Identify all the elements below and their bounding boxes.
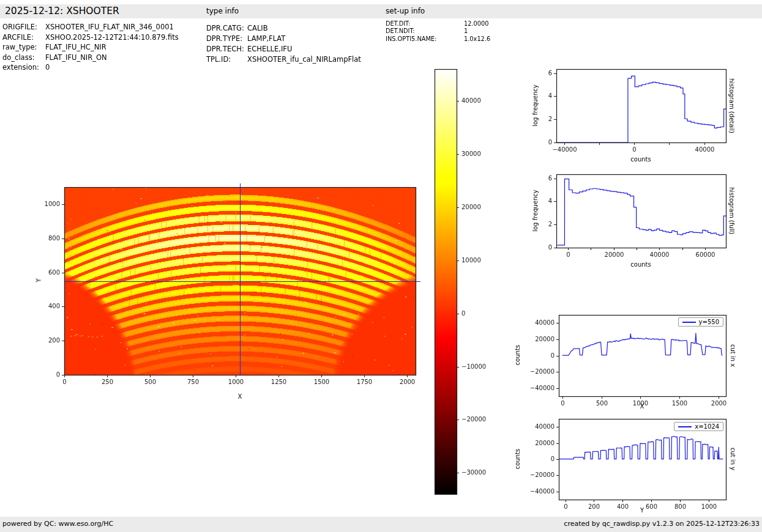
hist-full-side-label: histogram (full) (728, 174, 735, 248)
type-info-title: type info (206, 4, 239, 18)
type-info-block: DPR.CATG: CALIB DPR.TYPE: LAMP,FLAT DPR.… (206, 23, 361, 65)
setup-info-title: set-up info (386, 4, 425, 18)
footer-bar: powered by QC: www.eso.org/HC created by… (0, 517, 762, 532)
hist-detail-side-label: histogram (detail) (728, 69, 735, 142)
info-row: ORIGFILE: XSHOOTER_IFU_FLAT_NIR_346_0001 (2, 22, 179, 32)
info-value: CALIB (247, 23, 268, 34)
cut-y-legend-label: x=1024 (695, 423, 719, 430)
cut-x-xlabel: X (630, 403, 654, 410)
hist-full-xlabel: counts (616, 261, 665, 268)
info-value: FLAT_IFU_NIR_ON (45, 53, 107, 63)
cut-y-side-label: cut in y (730, 419, 736, 500)
main-ylabel: Y (35, 268, 42, 293)
info-row: DET.DIT: 12.0000 (386, 20, 490, 28)
qc-report-page: 2025-12-12: XSHOOTER type info set-up in… (0, 0, 762, 532)
info-row: do_class: FLAT_IFU_NIR_ON (2, 53, 179, 63)
cut-y-legend: x=1024 (674, 422, 723, 431)
info-label: DPR.CATG: (206, 23, 247, 34)
info-row: extension: 0 (2, 62, 179, 73)
info-row: TPL.ID: XSHOOTER_ifu_cal_NIRLampFlat (206, 54, 361, 65)
hist-full-ylabel: log frequency (532, 180, 539, 242)
cut-x-legend: y=550 (678, 317, 723, 327)
info-label: ARCFILE: (2, 32, 45, 43)
main-xlabel: X (228, 393, 252, 400)
hist-detail-xlabel: counts (616, 156, 665, 163)
info-value: ECHELLE,IFU (247, 44, 292, 54)
info-value: XSHOOTER_ifu_cal_NIRLampFlat (247, 54, 361, 65)
info-label: DPR.TECH: (206, 44, 247, 54)
info-label: DET.NDIT: (386, 28, 464, 35)
setup-info-block: DET.DIT: 12.0000 DET.NDIT: 1 INS.OPTI5.N… (386, 20, 490, 43)
info-value: LAMP,FLAT (247, 34, 285, 44)
legend-line-sample (682, 322, 696, 323)
footer-created-by: created by qc_rawdisp.py v1.2.3 on 2025-… (564, 517, 760, 531)
cut-x-ylabel: counts (514, 331, 521, 380)
info-label: DET.DIT: (386, 20, 464, 28)
cut-y-xlabel: Y (630, 507, 654, 514)
hist-detail-ylabel: log frequency (532, 75, 539, 136)
info-row: DPR.CATG: CALIB (206, 23, 361, 34)
info-row: DPR.TECH: ECHELLE,IFU (206, 44, 361, 54)
info-value: FLAT_IFU_HC_NIR (45, 42, 106, 53)
cut-x-side-label: cut in x (730, 315, 736, 396)
info-row: raw_type: FLAT_IFU_HC_NIR (2, 42, 179, 53)
page-title: 2025-12-12: XSHOOTER (5, 4, 119, 18)
info-value: 1 (464, 28, 468, 35)
info-row: INS.OPTI5.NAME: 1.0x12.6 (386, 35, 490, 43)
info-value: 1.0x12.6 (464, 35, 490, 43)
cut-y-ylabel: counts (514, 435, 521, 484)
info-label: do_class: (2, 53, 45, 63)
footer-powered-by: powered by QC: www.eso.org/HC (2, 517, 113, 531)
info-label: DPR.TYPE: (206, 34, 247, 44)
info-label: extension: (2, 62, 45, 73)
info-value: 12.0000 (464, 20, 489, 28)
info-value: XSHOOTER_IFU_FLAT_NIR_346_0001 (45, 22, 174, 32)
info-label: TPL.ID: (206, 54, 247, 65)
legend-line-sample (678, 426, 692, 427)
info-row: ARCFILE: XSHOO.2025-12-12T21:44:10.879.f… (2, 32, 179, 43)
file-info-block: ORIGFILE: XSHOOTER_IFU_FLAT_NIR_346_0001… (2, 22, 179, 73)
info-label: INS.OPTI5.NAME: (386, 35, 464, 43)
info-label: ORIGFILE: (2, 22, 45, 32)
cut-x-legend-label: y=550 (699, 319, 719, 325)
info-label: raw_type: (2, 42, 45, 53)
info-row: DET.NDIT: 1 (386, 28, 490, 35)
header-bar: 2025-12-12: XSHOOTER type info set-up in… (0, 4, 762, 18)
info-value: 0 (45, 62, 50, 73)
info-value: XSHOO.2025-12-12T21:44:10.879.fits (45, 32, 179, 43)
info-row: DPR.TYPE: LAMP,FLAT (206, 34, 361, 44)
